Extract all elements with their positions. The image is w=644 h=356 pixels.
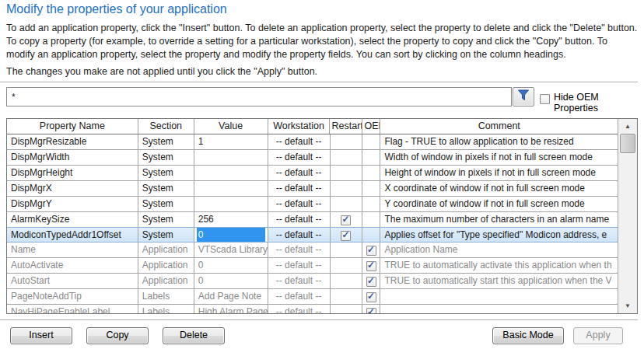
- column-header-comment[interactable]: Comment: [380, 119, 618, 134]
- scrollbar-down-button[interactable]: ▼: [618, 300, 637, 312]
- properties-table: Property Name Section Value Workstation …: [6, 118, 638, 314]
- oem-cell: [362, 150, 380, 165]
- check-mark-icon: ✓: [367, 307, 375, 313]
- section-cell: Labels: [138, 289, 194, 304]
- table-row[interactable]: NameApplicationVTScada Library-- default…: [7, 243, 618, 258]
- funnel-icon: [517, 89, 530, 104]
- table-header-row: Property Name Section Value Workstation …: [7, 119, 618, 134]
- apply-note-text: The changes you make are not applied unt…: [6, 66, 638, 77]
- scrollbar-thumb[interactable]: [620, 134, 635, 153]
- column-header-value[interactable]: Value: [194, 119, 268, 134]
- insert-button[interactable]: Insert: [10, 327, 72, 344]
- check-mark-icon: ✓: [341, 230, 349, 240]
- oem-cell: [362, 212, 380, 227]
- table-row[interactable]: AutoActivateApplication0-- default --✓TR…: [7, 258, 618, 274]
- table-row[interactable]: DispMgrResizableSystem1-- default --Flag…: [7, 134, 618, 150]
- value-cell: [194, 150, 268, 165]
- page-title: Modify the properties of your applicatio…: [6, 2, 395, 16]
- delete-button[interactable]: Delete: [163, 327, 225, 344]
- table-row[interactable]: AutoStartApplication0-- default --✓TRUE …: [7, 274, 618, 289]
- value-cell: [194, 166, 268, 180]
- copy-button[interactable]: Copy: [86, 327, 149, 344]
- workstation-cell: -- default --: [268, 181, 331, 196]
- workstation-cell: -- default --: [268, 197, 331, 211]
- workstation-cell: -- default --: [268, 289, 331, 304]
- filter-button[interactable]: [513, 87, 534, 106]
- column-header-property-name[interactable]: Property Name: [7, 119, 138, 134]
- comment-cell: Flag - TRUE to allow application to be r…: [380, 134, 618, 149]
- oem-checkbox[interactable]: ✓: [366, 292, 376, 302]
- property-name-cell: DispMgrY: [7, 197, 138, 211]
- check-mark-icon: ✓: [341, 215, 349, 225]
- oem-checkbox[interactable]: ✓: [366, 261, 376, 271]
- comment-cell: TRUE to automatically activate this appl…: [380, 258, 618, 273]
- oem-checkbox[interactable]: ✓: [366, 246, 376, 256]
- comment-cell: Application Name: [380, 243, 618, 257]
- column-header-section[interactable]: Section: [138, 119, 194, 134]
- table-row[interactable]: NavHiPageEnableLabelLabelsHigh Alarm Pag…: [7, 305, 618, 313]
- restart-cell: [331, 243, 363, 257]
- property-name-cell: DispMgrHeight: [7, 166, 138, 180]
- property-name-cell: NavHiPageEnableLabel: [7, 305, 138, 313]
- property-name-cell: DispMgrX: [7, 181, 138, 196]
- workstation-cell: -- default --: [268, 258, 331, 273]
- restart-cell: [331, 289, 363, 304]
- column-header-restart[interactable]: Restart: [330, 119, 362, 134]
- oem-cell: ✓: [362, 305, 380, 313]
- value-cell: VTScada Library: [194, 243, 268, 257]
- property-name-cell: AlarmKeySize: [7, 212, 138, 227]
- restart-checkbox[interactable]: ✓: [341, 215, 351, 225]
- basic-mode-button[interactable]: Basic Mode: [492, 327, 564, 344]
- workstation-cell: -- default --: [268, 228, 331, 242]
- table-row[interactable]: DispMgrXSystem-- default --X coordinate …: [7, 181, 618, 197]
- oem-checkbox[interactable]: ✓: [366, 308, 376, 313]
- comment-cell: Height of window in pixels if not in ful…: [380, 166, 618, 180]
- apply-button: Apply: [573, 327, 623, 344]
- oem-checkbox[interactable]: ✓: [366, 277, 376, 287]
- restart-cell: [331, 134, 363, 149]
- filter-input[interactable]: [6, 87, 512, 106]
- value-cell: 0: [194, 258, 268, 273]
- value-cell: [194, 181, 268, 196]
- restart-cell: [331, 274, 363, 288]
- section-cell: System: [138, 212, 194, 227]
- property-value-editor[interactable]: 0: [197, 228, 265, 242]
- check-mark-icon: ✓: [367, 276, 375, 286]
- oem-cell: [362, 197, 380, 211]
- section-cell: System: [138, 150, 194, 165]
- restart-cell: [331, 150, 363, 165]
- divider-top: [0, 82, 638, 82]
- restart-checkbox[interactable]: ✓: [341, 231, 351, 241]
- table-body: Property Name Section Value Workstation …: [7, 119, 618, 313]
- section-cell: System: [138, 166, 194, 180]
- check-mark-icon: ✓: [367, 260, 375, 270]
- table-row[interactable]: DispMgrHeightSystem-- default --Height o…: [7, 166, 618, 181]
- section-cell: Application: [138, 243, 194, 257]
- value-cell: Add Page Note: [194, 289, 268, 304]
- hide-oem-checkbox[interactable]: [540, 94, 550, 104]
- table-row[interactable]: PageNoteAddTipLabelsAdd Page Note-- defa…: [7, 289, 618, 305]
- workstation-cell: -- default --: [268, 243, 331, 257]
- workstation-cell: -- default --: [268, 150, 331, 165]
- table-row[interactable]: AlarmKeySizeSystem256-- default --✓The m…: [7, 212, 618, 228]
- value-cell: 1: [194, 134, 268, 149]
- table-row[interactable]: ModiconTypedAddr1OffsetSystem0-- default…: [7, 227, 618, 243]
- check-mark-icon: ✓: [367, 245, 375, 255]
- instructions-text: To add an application property, click th…: [6, 22, 638, 61]
- table-row[interactable]: DispMgrYSystem-- default --Y coordinate …: [7, 197, 618, 212]
- vertical-scrollbar[interactable]: ▲ ▼: [618, 119, 637, 313]
- comment-cell: [380, 289, 618, 304]
- comment-cell: X coordinate of window if not in full sc…: [380, 181, 618, 196]
- scrollbar-up-button[interactable]: ▲: [618, 120, 637, 132]
- section-cell: System: [138, 134, 194, 149]
- restart-cell: ✓: [331, 228, 363, 242]
- restart-cell: ✓: [331, 212, 363, 227]
- table-row[interactable]: DispMgrWidthSystem-- default --Width of …: [7, 150, 618, 166]
- column-header-workstation[interactable]: Workstation: [268, 119, 331, 134]
- section-cell: System: [138, 181, 194, 196]
- section-cell: Application: [138, 258, 194, 273]
- column-header-oem[interactable]: OEM: [362, 119, 380, 134]
- value-cell: [194, 197, 268, 211]
- value-cell: High Alarm Page: [194, 305, 268, 313]
- property-name-cell: ModiconTypedAddr1Offset: [7, 228, 138, 242]
